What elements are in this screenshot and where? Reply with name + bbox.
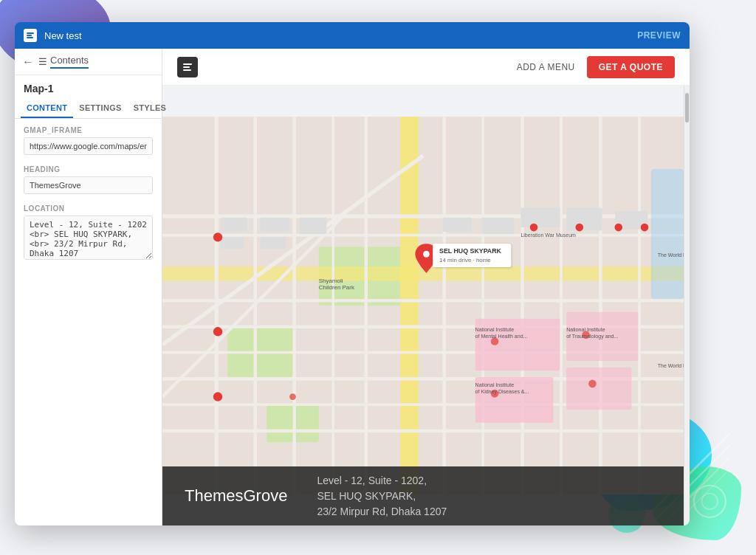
svg-point-63 (530, 224, 538, 232)
svg-rect-25 (162, 430, 684, 432)
svg-text:National Institute: National Institute (566, 327, 605, 332)
editor-preview-label[interactable]: PREVIEW (637, 30, 681, 41)
svg-rect-34 (560, 117, 563, 494)
svg-text:of Kidney Diseases &...: of Kidney Diseases &... (475, 389, 529, 395)
address-line3: 23/2 Mirpur Rd, Dhaka 1207 (317, 504, 447, 520)
svg-rect-49 (475, 319, 560, 371)
svg-rect-20 (162, 299, 684, 302)
svg-rect-52 (566, 368, 631, 410)
svg-rect-28 (293, 117, 296, 494)
add-menu-button[interactable]: ADD A MENU (517, 62, 575, 72)
site-logo-icon (177, 57, 198, 77)
back-button[interactable]: ← (22, 55, 34, 69)
sidebar-tabs: CONTENT SETTINGS STYLES (15, 99, 162, 119)
address-line2: SEL HUQ SKYPARK, (317, 489, 447, 504)
svg-point-62 (289, 393, 296, 400)
map-title: Map-1 (15, 75, 162, 99)
svg-text:SEL HUQ SKYPARK: SEL HUQ SKYPARK (439, 247, 502, 255)
get-quote-button[interactable]: GET A QUOTE (587, 56, 675, 78)
map-info-bar: ThemesGrove Level - 12, Suite - 1202, SE… (162, 466, 684, 525)
svg-rect-12 (162, 117, 684, 494)
svg-point-65 (614, 224, 622, 232)
tab-settings[interactable]: SETTINGS (73, 99, 127, 118)
svg-point-60 (213, 327, 222, 336)
svg-rect-32 (481, 117, 484, 494)
gmap-iframe-group: GMAP_IFRAME (24, 126, 153, 155)
sidebar: ← ☰ Contents Map-1 CONTENT SETTINGS STYL… (15, 49, 162, 525)
navbar-right: ADD A MENU GET A QUOTE (517, 56, 675, 78)
editor-title: New test (44, 30, 82, 41)
svg-rect-46 (520, 208, 560, 227)
svg-text:14 min drive · home: 14 min drive · home (439, 257, 491, 263)
svg-text:of Traumatology and...: of Traumatology and... (566, 334, 618, 339)
svg-text:The World B: The World B (658, 252, 684, 258)
svg-rect-45 (481, 218, 514, 234)
heading-input[interactable] (24, 176, 153, 194)
logo-svg (182, 61, 193, 73)
gmap-iframe-label: GMAP_IFRAME (24, 126, 153, 134)
svg-rect-39 (221, 218, 247, 232)
body-area: ← ☰ Contents Map-1 CONTENT SETTINGS STYL… (15, 49, 690, 525)
contents-icon: ☰ (38, 56, 47, 67)
svg-rect-9 (183, 63, 192, 65)
editor-logo (24, 29, 37, 42)
svg-rect-41 (260, 218, 289, 232)
svg-text:of Mental Health and...: of Mental Health and... (475, 334, 528, 339)
sidebar-content: GMAP_IFRAME HEADING LOCATION Level - 12,… (15, 119, 162, 525)
svg-rect-10 (183, 66, 190, 68)
address-line1: Level - 12, Suite - 1202, (317, 473, 447, 489)
svg-rect-53 (651, 169, 684, 299)
map-info-name: ThemesGrove (185, 486, 287, 506)
svg-rect-7 (27, 35, 32, 36)
svg-point-4 (694, 486, 726, 517)
svg-rect-29 (331, 117, 334, 494)
map-svg: SEL HUQ SKYPARK 14 min drive · home (162, 86, 684, 525)
svg-rect-36 (638, 117, 641, 494)
location-label: LOCATION (24, 204, 153, 213)
map-info-address: Level - 12, Suite - 1202, SEL HUQ SKYPAR… (317, 473, 447, 520)
svg-rect-47 (566, 208, 602, 231)
tab-content[interactable]: CONTENT (21, 99, 73, 118)
svg-point-5 (702, 494, 718, 510)
heading-group: HEADING (24, 165, 153, 194)
heading-label: HEADING (24, 165, 153, 173)
scrollbar-thumb[interactable] (685, 93, 689, 123)
svg-point-70 (588, 380, 597, 388)
svg-text:Children Park: Children Park (319, 284, 354, 291)
svg-text:National Institute: National Institute (475, 327, 515, 332)
svg-rect-6 (27, 32, 34, 34)
svg-rect-30 (365, 117, 368, 494)
svg-text:Liberation War Museum: Liberation War Museum (520, 232, 576, 238)
svg-rect-19 (162, 234, 684, 237)
svg-rect-42 (260, 237, 286, 249)
svg-rect-40 (221, 237, 244, 249)
svg-rect-43 (299, 218, 326, 234)
svg-text:National Institute: National Institute (475, 382, 515, 387)
location-textarea[interactable]: Level - 12, Suite - 1202 <br> SEL HUQ SK… (24, 216, 153, 260)
svg-text:The World B: The World B (658, 363, 684, 368)
map-with-scrollbar: SEL HUQ SKYPARK 14 min drive · home (162, 86, 690, 525)
svg-point-66 (641, 224, 649, 232)
nav-contents[interactable]: ☰ Contents (38, 55, 89, 69)
svg-rect-16 (400, 117, 419, 494)
nav-label: Contents (50, 55, 89, 69)
svg-rect-31 (442, 117, 445, 494)
map-section: SEL HUQ SKYPARK 14 min drive · home (162, 86, 684, 525)
svg-rect-11 (183, 69, 191, 71)
preview-area: ADD A MENU GET A QUOTE (162, 49, 690, 525)
svg-point-64 (576, 224, 584, 232)
svg-rect-33 (520, 117, 523, 494)
svg-rect-44 (442, 218, 472, 232)
svg-rect-8 (27, 37, 33, 38)
sidebar-nav: ← ☰ Contents (15, 49, 162, 75)
svg-point-61 (213, 392, 222, 401)
main-container: New test PREVIEW ← ☰ Contents Map-1 CONT… (15, 22, 690, 525)
site-navbar: ADD A MENU GET A QUOTE (162, 49, 690, 86)
site-logo (177, 57, 198, 77)
gmap-iframe-input[interactable] (24, 137, 153, 155)
location-group: LOCATION Level - 12, Suite - 1202 <br> S… (24, 204, 153, 263)
svg-point-55 (423, 251, 430, 258)
svg-point-59 (213, 232, 222, 241)
preview-scrollbar[interactable] (684, 86, 690, 525)
svg-text:Shyamoli: Shyamoli (319, 278, 343, 284)
